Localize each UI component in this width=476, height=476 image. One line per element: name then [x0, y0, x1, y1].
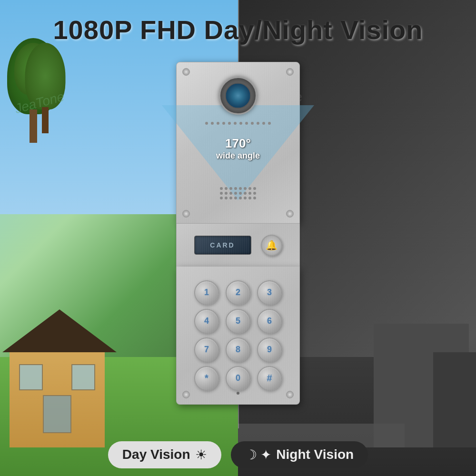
key-8[interactable]: 8 — [226, 337, 250, 362]
angle-degrees: 170° — [216, 136, 260, 151]
screw-top-right — [286, 68, 294, 76]
key-7[interactable]: 7 — [194, 337, 219, 362]
day-vision-text: Day Vision — [122, 447, 190, 462]
key-hash[interactable]: # — [257, 366, 282, 391]
key-5[interactable]: 5 — [226, 309, 250, 334]
key-3[interactable]: 3 — [257, 280, 282, 305]
key-9[interactable]: 9 — [257, 337, 282, 362]
indicator-dot — [237, 392, 239, 395]
heading-title: 1080P FHD Day/Night Vision — [53, 15, 423, 45]
day-vision-label: Day Vision ☀ — [108, 441, 221, 468]
keypad-row-4: * 0 # — [194, 366, 282, 391]
camera-lens — [225, 83, 251, 109]
key-1[interactable]: 1 — [194, 280, 219, 305]
key-0[interactable]: 0 — [226, 366, 250, 391]
device-panel: 170° wide angle CARD 🔔 1 — [176, 62, 300, 405]
keypad-row-1: 1 2 3 — [194, 280, 282, 305]
doorbell-button[interactable]: 🔔 — [261, 235, 282, 256]
bottom-labels: Day Vision ☀ ☽ ✦ Night Vision — [0, 433, 476, 476]
camera-panel: 170° wide angle — [176, 62, 300, 224]
key-6[interactable]: 6 — [257, 309, 282, 334]
screw-keypad-right — [286, 391, 294, 398]
keypad-panel: 1 2 3 4 5 6 7 8 9 * 0 # — [176, 267, 300, 405]
camera-housing — [219, 77, 257, 115]
card-label: CARD — [210, 241, 235, 249]
speaker-grille — [220, 187, 256, 204]
screw-bottom-right — [286, 210, 294, 218]
key-star[interactable]: * — [194, 366, 219, 391]
keypad-row-3: 7 8 9 — [194, 337, 282, 362]
angle-label: 170° wide angle — [216, 136, 260, 161]
card-reader[interactable]: CARD — [194, 236, 251, 255]
night-vision-icon: ☽ ✦ — [245, 447, 272, 463]
day-vision-icon: ☀ — [195, 447, 207, 463]
night-vision-label: ☽ ✦ Night Vision — [231, 441, 368, 468]
key-2[interactable]: 2 — [226, 280, 250, 305]
night-vision-text: Night Vision — [276, 447, 354, 462]
bell-icon: 🔔 — [266, 239, 278, 251]
ir-dots — [200, 122, 276, 125]
key-4[interactable]: 4 — [194, 309, 219, 334]
angle-description: wide angle — [216, 151, 260, 161]
screw-top-left — [182, 68, 190, 76]
card-bell-panel: CARD 🔔 — [176, 224, 300, 267]
heading: 1080P FHD Day/Night Vision — [0, 14, 476, 45]
screw-keypad-left — [182, 391, 190, 398]
keypad-row-2: 4 5 6 — [194, 309, 282, 334]
screw-bottom-left — [182, 210, 190, 218]
